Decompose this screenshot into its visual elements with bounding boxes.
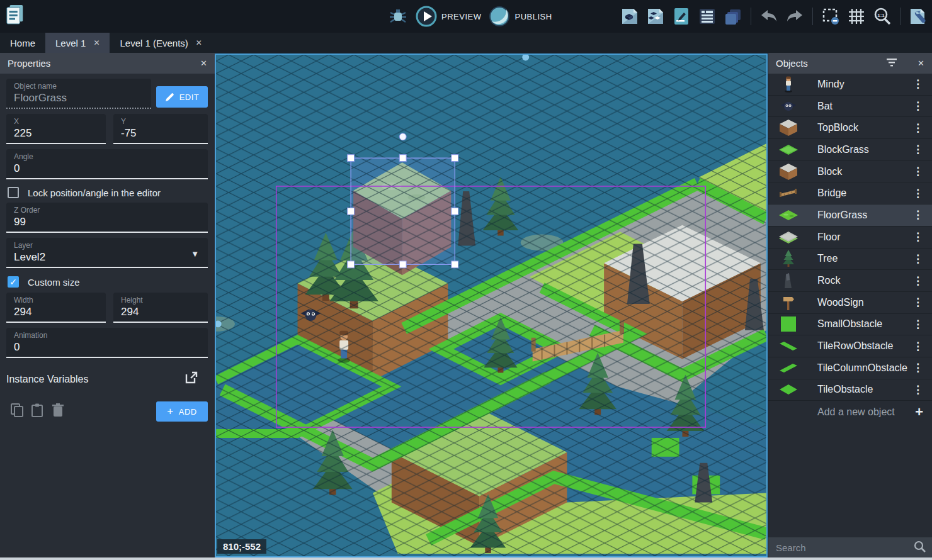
grass-diamond-icon	[776, 141, 801, 159]
app-window: PREVIEW PUBLISH	[0, 0, 932, 560]
object-name-field[interactable]: Object name FloorGrass	[6, 79, 151, 109]
kebab-menu-icon[interactable]: ⋮	[907, 383, 928, 396]
toolbar-divider	[751, 8, 751, 25]
layer-select[interactable]: Layer Level2 ▼	[6, 238, 208, 268]
publish-label: PUBLISH	[514, 12, 552, 21]
close-properties-icon[interactable]: ✕	[200, 59, 207, 68]
main-menu-icon[interactable]	[5, 4, 25, 24]
close-objects-icon[interactable]: ✕	[918, 59, 924, 68]
kebab-menu-icon[interactable]: ⋮	[907, 187, 928, 200]
properties-header: Properties ✕	[0, 53, 215, 74]
y-field[interactable]: Y -75	[113, 114, 208, 144]
properties-page-icon[interactable]	[671, 6, 691, 26]
character-icon	[776, 76, 801, 93]
z-order-field[interactable]: Z Order 99	[6, 203, 208, 233]
object-row-topblock[interactable]: TopBlock ⋮	[768, 117, 932, 139]
object-row-blockgrass[interactable]: BlockGrass ⋮	[768, 139, 932, 161]
filter-icon[interactable]	[886, 58, 897, 69]
kebab-menu-icon[interactable]: ⋮	[907, 252, 928, 266]
object-row-bat[interactable]: Bat ⋮	[768, 96, 932, 118]
kebab-menu-icon[interactable]: ⋮	[907, 230, 928, 244]
kebab-menu-icon[interactable]: ⋮	[907, 77, 928, 91]
redo-icon[interactable]	[785, 6, 805, 26]
green-column-icon	[776, 359, 801, 377]
animation-field[interactable]: Animation 0	[6, 328, 208, 358]
objects-list-icon[interactable]	[620, 6, 640, 26]
preview-button[interactable]: PREVIEW	[416, 6, 481, 27]
custom-size-row[interactable]: ✓ Custom size	[8, 274, 80, 290]
kebab-menu-icon[interactable]: ⋮	[907, 99, 928, 113]
block-icon	[776, 119, 801, 137]
edit-button[interactable]: EDIT	[156, 86, 208, 108]
objects-list: Mindy ⋮ Bat ⋮ TopBlock ⋮ BlockGrass ⋮ Bl	[768, 74, 932, 401]
preview-label: PREVIEW	[441, 12, 481, 21]
kebab-menu-icon[interactable]: ⋮	[907, 296, 928, 309]
tab-bar: Home Level 1✕ Level 1 (Events)✕	[0, 33, 932, 53]
publish-button[interactable]: PUBLISH	[489, 6, 552, 27]
deselect-icon[interactable]	[821, 6, 841, 26]
toolbar-divider	[812, 8, 813, 25]
object-row-floor[interactable]: Floor ⋮	[768, 227, 932, 249]
open-variables-icon[interactable]	[185, 371, 198, 387]
kebab-menu-icon[interactable]: ⋮	[907, 340, 928, 353]
kebab-menu-icon[interactable]: ⋮	[907, 208, 928, 221]
tab-home[interactable]: Home	[0, 33, 45, 53]
width-field[interactable]: Width 294	[6, 293, 106, 323]
bat-icon	[776, 98, 801, 115]
tab-level-1[interactable]: Level 1✕	[45, 33, 110, 53]
add-new-object-button[interactable]: Add a new object +	[768, 401, 932, 423]
object-row-rock[interactable]: Rock ⋮	[768, 270, 932, 292]
toolbar-divider	[900, 8, 901, 25]
object-row-block[interactable]: Block ⋮	[768, 161, 932, 183]
debug-icon[interactable]	[388, 6, 408, 26]
object-groups-icon[interactable]	[645, 6, 666, 26]
paste-icon[interactable]	[30, 403, 44, 420]
object-search-input[interactable]	[775, 542, 914, 554]
object-row-tree[interactable]: Tree ⋮	[768, 249, 932, 271]
tree-icon	[776, 250, 801, 267]
angle-field[interactable]: Angle 0	[6, 149, 208, 179]
kebab-menu-icon[interactable]: ⋮	[907, 318, 928, 331]
close-tab-icon[interactable]: ✕	[196, 38, 202, 47]
height-field[interactable]: Height 294	[113, 293, 208, 323]
scene-canvas[interactable]: 810;-552	[215, 53, 768, 557]
floor-icon	[776, 228, 801, 246]
pencil-icon	[165, 92, 174, 102]
window-bottom-edge	[0, 557, 932, 560]
rotate-handle[interactable]	[399, 133, 406, 140]
lock-position-checkbox[interactable]	[8, 187, 19, 198]
kebab-menu-icon[interactable]: ⋮	[907, 143, 928, 156]
grid-icon[interactable]	[846, 6, 867, 26]
object-row-tileobstacle[interactable]: TileObstacle ⋮	[768, 379, 932, 401]
add-variable-button[interactable]: + ADD	[156, 401, 208, 422]
green-row-icon	[776, 337, 801, 355]
play-icon	[416, 6, 437, 27]
object-row-smallobstacle[interactable]: SmallObstacle ⋮	[768, 314, 932, 336]
zoom-reset-icon[interactable]: 1:1	[872, 6, 892, 26]
object-row-floorgrass[interactable]: FloorGrass ⋮	[768, 204, 932, 227]
kebab-menu-icon[interactable]: ⋮	[907, 274, 928, 288]
bridge-icon	[776, 184, 801, 202]
object-row-woodsign[interactable]: WoodSign ⋮	[768, 292, 932, 314]
copy-icon[interactable]	[10, 403, 24, 420]
instance-variables-title: Instance Variables	[6, 374, 88, 385]
kebab-menu-icon[interactable]: ⋮	[907, 165, 928, 178]
kebab-menu-icon[interactable]: ⋮	[907, 121, 928, 135]
custom-size-checkbox[interactable]: ✓	[8, 276, 19, 288]
layers-icon[interactable]	[723, 6, 743, 26]
lock-position-row[interactable]: Lock position/angle in the editor	[8, 184, 161, 201]
close-tab-icon[interactable]: ✕	[93, 38, 99, 47]
object-search-box	[768, 537, 932, 558]
object-row-tilecolumnobstacle[interactable]: TileColumnObstacle ⋮	[768, 357, 932, 379]
undo-icon[interactable]	[759, 6, 779, 26]
object-row-bridge[interactable]: Bridge ⋮	[768, 182, 932, 204]
object-row-mindy[interactable]: Mindy ⋮	[768, 74, 932, 96]
iso-grid-overlay	[216, 55, 766, 556]
object-row-tilerowobstacle[interactable]: TileRowObstacle ⋮	[768, 335, 932, 357]
tab-level-1-events[interactable]: Level 1 (Events)✕	[110, 33, 212, 53]
settings-wrench-icon[interactable]	[908, 6, 928, 26]
trash-icon[interactable]	[52, 403, 64, 420]
kebab-menu-icon[interactable]: ⋮	[907, 361, 928, 374]
events-sheet-icon[interactable]	[697, 6, 717, 26]
x-field[interactable]: X 225	[6, 114, 106, 144]
